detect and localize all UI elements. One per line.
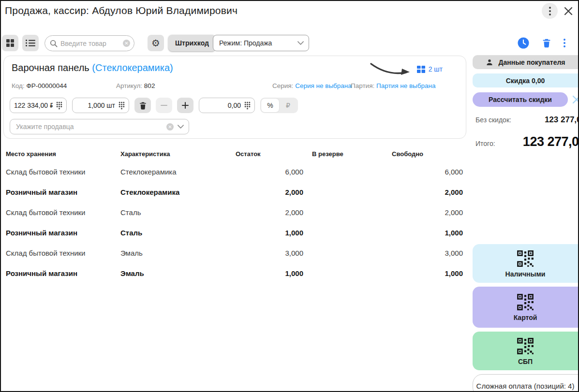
cell-stock: 6,000 xyxy=(236,168,303,176)
col-header: В резерве xyxy=(303,150,383,158)
cancel-discounts-button[interactable] xyxy=(571,94,579,105)
more-actions-button[interactable] xyxy=(564,39,565,47)
close-icon xyxy=(564,6,573,16)
decrease-qty-button[interactable] xyxy=(156,98,172,113)
kebab-icon xyxy=(549,7,551,15)
grid-view-icon xyxy=(6,39,15,47)
price-field-wrap xyxy=(10,98,67,113)
seller-clear-icon[interactable]: ✕ xyxy=(166,123,174,131)
batch-label: Партия: xyxy=(351,82,374,89)
quantity-input[interactable] xyxy=(76,102,115,109)
window-menu-button[interactable] xyxy=(542,3,558,19)
table-row[interactable]: Склад бытовой техники Эмаль 3,000 3,000 xyxy=(1,243,466,263)
calc-discounts-row: Рассчитать скидки xyxy=(473,92,579,107)
cell-free: 6,000 xyxy=(383,168,463,176)
discount-unit-toggle: % ₽ xyxy=(260,98,298,113)
cell-place: Розничный магазин xyxy=(6,229,120,237)
table-row[interactable]: Склад бытовой техники Сталь 2,000 2,000 xyxy=(1,202,466,222)
pay-sbp-button[interactable]: СБП xyxy=(473,332,579,370)
pay-card-label: Картой xyxy=(514,314,537,321)
increase-qty-button[interactable] xyxy=(177,98,193,113)
cell-free: 1,000 xyxy=(383,269,463,277)
cell-free: 2,000 xyxy=(383,208,463,217)
history-button[interactable] xyxy=(517,37,530,49)
product-meta: Код: ФР-00000044 Артикул: 802 Серия: Сер… xyxy=(4,82,466,91)
discount-button[interactable]: Скидка 0,00 xyxy=(473,73,579,87)
no-discount-label: Без скидок: xyxy=(475,116,511,124)
list-view-button[interactable] xyxy=(22,35,39,51)
trash-icon xyxy=(541,38,552,48)
col-header: Место хранения xyxy=(6,150,120,158)
pay-cash-label: Наличными xyxy=(505,270,546,278)
stock-table-header: Место хранения Характеристика Остаток В … xyxy=(1,146,466,161)
minus-icon xyxy=(161,102,167,109)
delete-position-button[interactable] xyxy=(134,98,151,113)
checkout-sidebar: Данные покупателя Скидка 0,00 Рассчитать… xyxy=(473,55,579,391)
qr-code-icon xyxy=(516,249,534,268)
col-header: Характеристика xyxy=(120,150,236,158)
calc-discounts-button[interactable]: Рассчитать скидки xyxy=(473,92,568,107)
mode-select-value: Режим: Продажа xyxy=(219,39,297,47)
discount-input[interactable] xyxy=(203,102,241,109)
product-title: Варочная панель (Стеклокерамика) xyxy=(12,62,173,73)
no-discount-value: 123 277,00 xyxy=(545,115,579,125)
dialpad-icon[interactable] xyxy=(244,102,251,110)
table-row[interactable]: Розничный магазин Стеклокерамика 2,000 2… xyxy=(1,182,466,202)
page-title: Продажа, кассир: Абдулов Юрий Владимиров… xyxy=(5,5,238,16)
plus-icon xyxy=(182,102,189,109)
cell-stock: 3,000 xyxy=(236,249,303,257)
percent-toggle[interactable]: % xyxy=(261,99,279,112)
seller-placeholder: Укажите продавца xyxy=(16,123,163,131)
article-label: Артикул: xyxy=(116,82,142,89)
table-row[interactable]: Розничный магазин Эмаль 1,000 1,000 xyxy=(1,263,466,283)
table-row[interactable]: Склад бытовой техники Стеклокерамика 6,0… xyxy=(1,161,466,182)
product-name: Варочная панель xyxy=(12,62,89,73)
search-clear-icon[interactable]: ✕ xyxy=(123,40,130,47)
cell-free: 2,000 xyxy=(383,188,463,196)
quantity-field-wrap xyxy=(72,98,129,113)
article-value: 802 xyxy=(144,82,155,89)
cell-characteristic: Стеклокерамика xyxy=(120,168,236,176)
search-icon xyxy=(50,40,58,47)
col-header: Остаток xyxy=(236,150,303,158)
customer-data-button[interactable]: Данные покупателя xyxy=(473,55,579,69)
discount-label: Скидка 0,00 xyxy=(506,77,545,85)
mode-select[interactable]: Режим: Продажа xyxy=(213,35,309,51)
product-variant-link[interactable]: (Стеклокерамика) xyxy=(92,62,173,73)
table-row[interactable]: Розничный магазин Сталь 1,000 1,000 xyxy=(1,222,466,243)
receipt-qty-badge[interactable]: 2 шт xyxy=(417,65,443,73)
cell-place: Розничный магазин xyxy=(6,269,120,277)
ruble-toggle[interactable]: ₽ xyxy=(279,99,297,112)
dialpad-icon[interactable] xyxy=(56,102,62,110)
trash-icon xyxy=(138,101,148,110)
chevron-down-icon xyxy=(178,125,184,129)
clear-receipt-button[interactable] xyxy=(541,38,552,48)
grid-view-button[interactable] xyxy=(2,35,18,51)
pay-card-button[interactable]: Картой xyxy=(473,287,579,328)
stock-table: Место хранения Характеристика Остаток В … xyxy=(1,146,466,283)
kebab-icon xyxy=(564,39,565,47)
pay-cash-button[interactable]: Наличными xyxy=(473,244,579,283)
qr-code-icon xyxy=(516,293,534,311)
cell-stock: 1,000 xyxy=(236,229,303,237)
price-input[interactable] xyxy=(14,102,53,109)
close-icon xyxy=(571,94,579,105)
window-close-button[interactable] xyxy=(560,3,576,19)
seller-select[interactable]: Укажите продавца ✕ xyxy=(10,119,189,134)
barcode-button[interactable]: Штрихкод xyxy=(168,35,216,51)
receipt-qty-label: 2 шт xyxy=(429,65,443,73)
dialpad-icon[interactable] xyxy=(119,102,125,110)
search-input[interactable] xyxy=(60,40,120,47)
batch-link[interactable]: Партия не выбрана xyxy=(376,82,436,89)
gear-icon: ⚙ xyxy=(151,38,160,48)
complex-payment-button[interactable]: Сложная оплата (позиций: 4) xyxy=(473,374,579,392)
cell-stock: 2,000 xyxy=(236,208,303,217)
cell-place: Склад бытовой техники xyxy=(6,249,120,257)
settings-button[interactable]: ⚙ xyxy=(148,35,164,51)
cell-place: Склад бытовой техники xyxy=(6,208,120,217)
series-link[interactable]: Серия не выбрана xyxy=(295,82,352,89)
total-value: 123 277,00 xyxy=(523,134,579,149)
product-card: Варочная панель (Стеклокерамика) 2 шт Ко… xyxy=(3,56,466,139)
total-label: Итого: xyxy=(475,140,495,147)
toolbar: ✕ ⚙ Штрихкод Режим: Продажа xyxy=(1,35,578,52)
